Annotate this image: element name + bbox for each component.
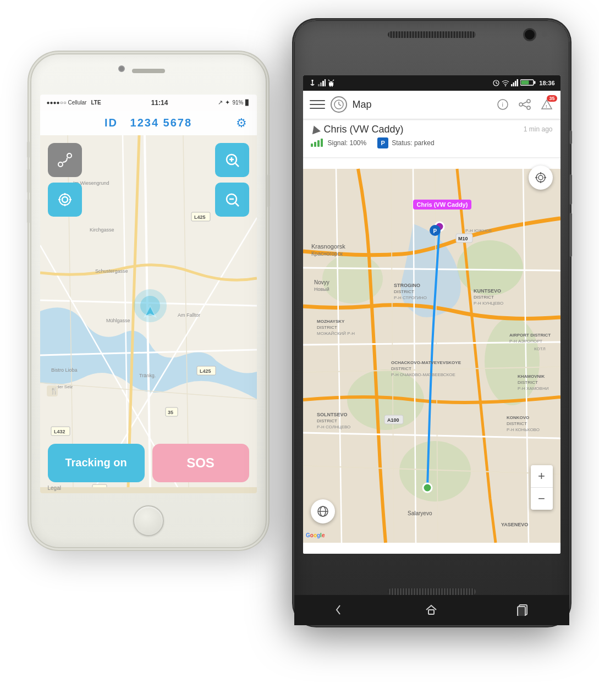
svg-point-143 xyxy=(536,173,545,182)
svg-text:Schustergasse: Schustergasse xyxy=(95,268,128,274)
android-volume-button[interactable] xyxy=(569,213,572,257)
vehicle-signal-text: Signal: 100% xyxy=(328,139,367,147)
vehicle-name: Chris (VW Caddy) xyxy=(324,124,524,135)
svg-text:Р-Н СОЛНЦЕВО: Р-Н СОЛНЦЕВО xyxy=(317,425,350,429)
ios-legal-text: Legal xyxy=(48,485,61,491)
android-layers-button[interactable] xyxy=(311,499,335,523)
svg-rect-54 xyxy=(320,82,322,86)
android-battery-icon xyxy=(520,79,536,86)
ios-power-button[interactable] xyxy=(267,174,270,207)
vehicle-time-ago: 1 min ago xyxy=(524,125,553,133)
svg-text:Novyy: Novyy xyxy=(314,279,329,285)
ios-settings-icon[interactable]: ⚙ xyxy=(234,115,249,131)
svg-line-63 xyxy=(496,83,498,84)
android-menu-button[interactable] xyxy=(310,97,325,112)
signal-bar-3 xyxy=(317,140,320,147)
svg-rect-148 xyxy=(428,610,434,614)
android-alarm-icon xyxy=(492,79,500,87)
ios-mute-switch[interactable] xyxy=(27,141,30,158)
ios-home-button[interactable] xyxy=(133,505,164,536)
svg-point-87 xyxy=(322,254,383,304)
ios-map[interactable]: Im Wiesengrund Kirchgasse Schustergasse … xyxy=(40,135,257,493)
android-home-button[interactable] xyxy=(417,596,445,624)
android-share-button[interactable] xyxy=(518,97,532,112)
android-status-right: 18:36 xyxy=(492,79,554,87)
ios-time: 11:14 xyxy=(151,99,168,107)
ios-vol-up-button[interactable] xyxy=(27,169,30,193)
svg-text:KUNTSEVO: KUNTSEVO xyxy=(474,288,501,294)
android-toolbar-title: Map xyxy=(353,99,496,111)
ios-zoom-in-button[interactable] xyxy=(215,143,249,177)
android-zoom-in-button[interactable]: + xyxy=(531,465,553,487)
android-signal-icon xyxy=(318,79,326,87)
android-info-button[interactable]: i xyxy=(496,97,510,112)
android-ir-blaster xyxy=(569,130,572,144)
svg-rect-67 xyxy=(515,81,516,86)
svg-rect-66 xyxy=(513,82,515,86)
ios-battery: 91% xyxy=(232,100,243,106)
svg-line-80 xyxy=(523,102,527,104)
svg-text:DISTRICT: DISTRICT xyxy=(507,421,527,426)
svg-text:P: P xyxy=(433,228,437,234)
svg-point-77 xyxy=(519,103,523,106)
svg-text:Am Falltor: Am Falltor xyxy=(178,312,200,318)
svg-rect-70 xyxy=(534,81,536,84)
svg-point-142 xyxy=(538,175,543,180)
ios-screen: ●●●●○○ Cellular LTE 11:14 ↗ ✦ 91% ▊ ID 1… xyxy=(40,95,257,493)
android-vehicle-bar: Chris (VW Caddy) 1 min ago Signal: 100% xyxy=(303,119,560,158)
svg-text:L425: L425 xyxy=(200,368,211,374)
svg-text:36: 36 xyxy=(95,486,100,487)
svg-text:YASENEVO: YASENEVO xyxy=(501,522,528,527)
android-battery-pct xyxy=(520,79,536,87)
svg-text:KONKOVO: KONKOVO xyxy=(507,415,529,420)
svg-text:Tränkg.: Tränkg. xyxy=(139,373,156,378)
ios-action-buttons: Tracking on SOS xyxy=(48,444,249,482)
ios-tracking-button[interactable]: Tracking on xyxy=(48,444,145,482)
android-map[interactable]: Krasnogorsk Красногорск Novyy Новый STRO… xyxy=(303,158,560,554)
ios-carrier: ●●●●○○ Cellular xyxy=(47,100,87,106)
svg-rect-150 xyxy=(518,607,525,616)
svg-point-100 xyxy=(423,483,432,492)
svg-text:Р-Н ХАМОВНИ: Р-Н ХАМОВНИ xyxy=(518,386,549,391)
svg-text:DISTRICT: DISTRICT xyxy=(391,366,411,371)
svg-text:!: ! xyxy=(546,104,547,109)
android-power-button[interactable] xyxy=(569,174,572,205)
svg-text:Р-Н КУНЦЕВО: Р-Н КУНЦЕВО xyxy=(474,301,503,306)
svg-rect-68 xyxy=(517,79,519,86)
android-my-location-button[interactable] xyxy=(529,166,553,190)
vehicle-status-text: Status: parked xyxy=(392,139,434,147)
svg-text:Р-Н ОЧАКОВО-МАТВЕЕВСКОЕ: Р-Н ОЧАКОВО-МАТВЕЕВСКОЕ xyxy=(391,372,455,377)
ios-vol-down-button[interactable] xyxy=(27,199,30,223)
android-back-button[interactable] xyxy=(326,596,354,624)
ios-center-location-button[interactable] xyxy=(48,183,82,217)
android-alerts-button[interactable]: ! 35 xyxy=(540,97,554,112)
svg-point-12 xyxy=(140,296,160,316)
ios-bluetooth-icon: ✦ xyxy=(225,99,230,106)
ios-route-button[interactable] xyxy=(48,143,82,177)
svg-text:DISTRICT: DISTRICT xyxy=(518,380,538,385)
android-recents-button[interactable] xyxy=(509,596,537,624)
parking-icon: P xyxy=(377,137,388,148)
svg-line-40 xyxy=(235,163,239,167)
android-alerts-badge: 35 xyxy=(547,95,557,102)
android-screen: 18:36 Map xyxy=(303,75,560,554)
vehicle-status-section: P Status: parked xyxy=(377,137,434,148)
signal-bars xyxy=(311,139,323,147)
ios-phone: ●●●●○○ Cellular LTE 11:14 ↗ ✦ 91% ▊ ID 1… xyxy=(30,53,267,548)
ios-zoom-out-button[interactable] xyxy=(215,183,249,217)
android-zoom-controls: + − xyxy=(531,465,553,510)
svg-text:🍴: 🍴 xyxy=(50,387,58,395)
svg-text:DISTRICT: DISTRICT xyxy=(317,325,337,330)
svg-rect-56 xyxy=(325,79,326,86)
android-flash xyxy=(542,31,547,37)
android-toolbar-clock-icon xyxy=(331,96,347,113)
svg-text:STROGINO: STROGINO xyxy=(394,283,420,288)
android-status-bar: 18:36 xyxy=(303,75,560,91)
svg-point-44 xyxy=(59,194,70,205)
signal-bar-2 xyxy=(314,142,316,147)
android-map-svg: Krasnogorsk Красногорск Novyy Новый STRO… xyxy=(303,158,560,554)
android-status-left xyxy=(309,79,335,87)
ios-sos-button[interactable]: SOS xyxy=(152,444,249,482)
ios-status-bar: ●●●●○○ Cellular LTE 11:14 ↗ ✦ 91% ▊ xyxy=(40,95,257,111)
android-zoom-out-button[interactable]: − xyxy=(531,488,553,510)
